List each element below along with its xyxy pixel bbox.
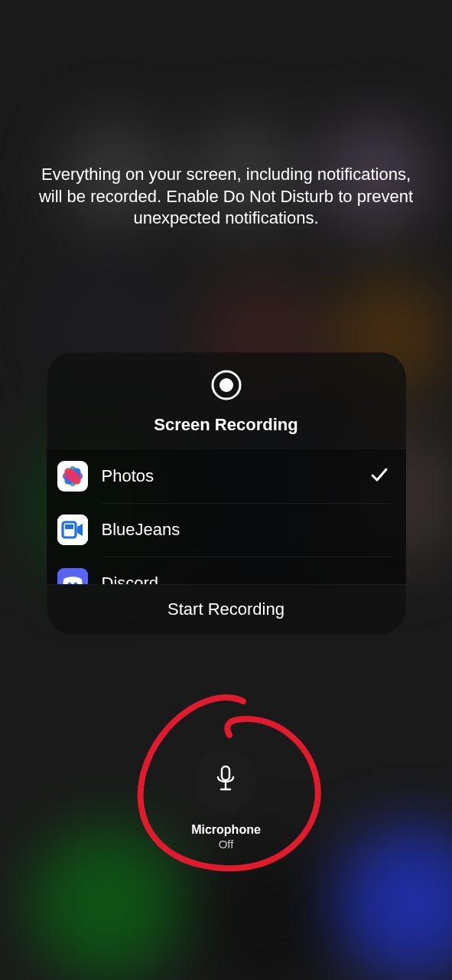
- app-destination-list[interactable]: Photos BlueJeans: [47, 449, 406, 584]
- start-recording-label: Start Recording: [167, 599, 285, 619]
- bluejeans-app-icon: [57, 514, 88, 545]
- app-label: BlueJeans: [102, 520, 389, 540]
- recording-disclaimer-text: Everything on your screen, including not…: [35, 164, 418, 230]
- app-label: Photos: [102, 466, 356, 486]
- panel-title: Screen Recording: [154, 415, 298, 435]
- screen-recording-panel: Screen Recording: [47, 352, 406, 635]
- microphone-label: Microphone: [191, 823, 261, 837]
- record-icon: [210, 369, 242, 404]
- app-row-photos[interactable]: Photos: [47, 449, 406, 503]
- microphone-status: Off: [191, 838, 261, 851]
- app-row-bluejeans[interactable]: BlueJeans: [47, 503, 406, 557]
- app-label: Discord: [102, 573, 389, 584]
- start-recording-button[interactable]: Start Recording: [47, 584, 406, 635]
- microphone-labels: Microphone Off: [191, 823, 261, 851]
- app-row-discord[interactable]: Discord: [47, 557, 406, 584]
- svg-point-1: [219, 378, 233, 392]
- panel-header: Screen Recording: [47, 352, 406, 449]
- microphone-icon: [214, 765, 237, 797]
- svg-rect-12: [65, 524, 73, 529]
- checkmark-icon: [369, 465, 389, 488]
- microphone-button[interactable]: [194, 750, 257, 812]
- photos-app-icon: [57, 461, 88, 492]
- microphone-toggle[interactable]: Microphone Off: [191, 750, 261, 851]
- discord-app-icon: [57, 568, 88, 584]
- svg-rect-16: [222, 766, 229, 780]
